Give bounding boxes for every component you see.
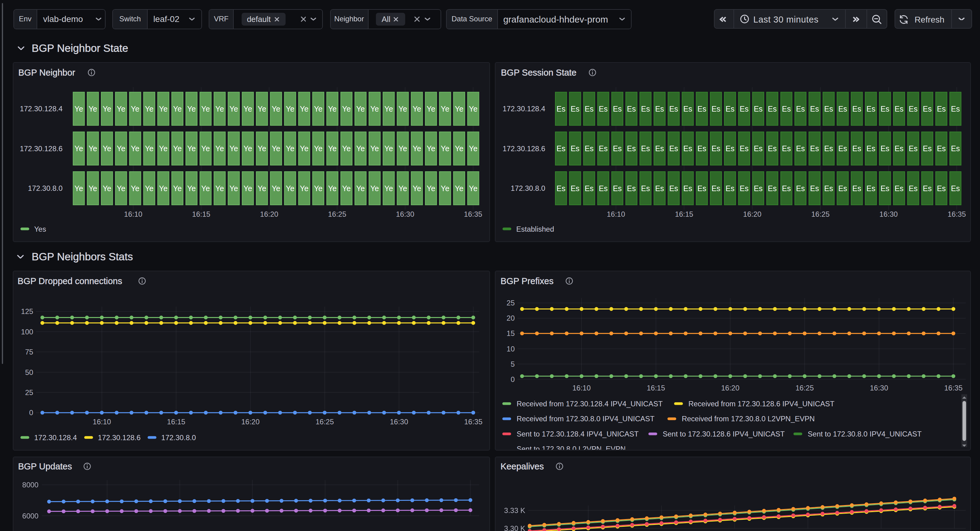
svg-text:Ye: Ye <box>159 105 167 113</box>
svg-text:Ye: Ye <box>313 105 322 113</box>
svg-text:Ye: Ye <box>300 105 308 113</box>
svg-text:Ye: Ye <box>88 144 97 153</box>
svg-text:Es: Es <box>768 144 777 153</box>
svg-text:Ye: Ye <box>88 184 97 193</box>
svg-text:Received from 172.30.128.4 IPV: Received from 172.30.128.4 IPV4_UNICAST <box>517 399 663 408</box>
svg-text:Es: Es <box>599 184 608 193</box>
svg-text:Ye: Ye <box>328 105 336 113</box>
svg-text:Es: Es <box>951 144 960 153</box>
svg-text:Es: Es <box>923 144 932 153</box>
svg-text:Es: Es <box>937 184 946 193</box>
svg-text:Ye: Ye <box>102 105 111 113</box>
svg-text:Es: Es <box>895 184 904 193</box>
svg-text:Ye: Ye <box>328 184 336 193</box>
svg-text:Ye: Ye <box>173 105 181 113</box>
svg-text:100: 100 <box>21 328 33 336</box>
svg-text:16:10: 16:10 <box>92 418 111 426</box>
svg-text:Ye: Ye <box>116 184 125 193</box>
svg-text:Ye: Ye <box>271 105 280 113</box>
svg-text:Es: Es <box>655 144 664 153</box>
svg-text:172.30.128.6: 172.30.128.6 <box>19 144 62 153</box>
svg-text:16:25: 16:25 <box>811 210 830 218</box>
svg-text:Ye: Ye <box>159 184 167 193</box>
svg-text:Ye: Ye <box>257 184 266 193</box>
svg-text:Ye: Ye <box>426 184 435 193</box>
svg-text:Es: Es <box>641 144 650 153</box>
svg-text:Es: Es <box>796 144 805 153</box>
svg-text:Ye: Ye <box>271 184 280 193</box>
svg-text:16:35: 16:35 <box>944 384 963 392</box>
svg-text:Es: Es <box>726 184 735 193</box>
svg-text:16:10: 16:10 <box>607 210 625 218</box>
svg-text:Ye: Ye <box>271 144 280 153</box>
svg-text:Es: Es <box>923 184 932 193</box>
svg-text:Ye: Ye <box>187 105 195 113</box>
svg-text:Ye: Ye <box>145 184 153 193</box>
svg-text:Ye: Ye <box>243 144 252 153</box>
svg-text:Ye: Ye <box>159 144 167 153</box>
svg-text:Es: Es <box>838 184 847 193</box>
svg-text:Es: Es <box>895 144 904 153</box>
svg-text:Es: Es <box>557 144 566 153</box>
svg-text:Ye: Ye <box>356 105 364 113</box>
svg-text:Es: Es <box>782 105 791 113</box>
svg-text:Ye: Ye <box>370 105 379 113</box>
svg-text:Received from 172.30.128.6 IPV: Received from 172.30.128.6 IPV4_UNICAST <box>689 399 835 408</box>
svg-text:Es: Es <box>697 144 706 153</box>
svg-text:16:15: 16:15 <box>647 384 665 392</box>
svg-text:Es: Es <box>951 105 960 113</box>
svg-text:Ye: Ye <box>398 105 407 113</box>
svg-text:Ye: Ye <box>313 184 322 193</box>
svg-text:Ye: Ye <box>215 184 224 193</box>
svg-text:Ye: Ye <box>130 105 139 113</box>
svg-text:Es: Es <box>683 105 692 113</box>
svg-text:Es: Es <box>881 144 890 153</box>
svg-text:Ye: Ye <box>398 184 407 193</box>
svg-text:Es: Es <box>585 105 594 113</box>
svg-text:Ye: Ye <box>215 105 224 113</box>
svg-text:16:10: 16:10 <box>573 384 591 392</box>
svg-text:Es: Es <box>683 184 692 193</box>
svg-text:Es: Es <box>937 144 946 153</box>
svg-text:Ye: Ye <box>469 105 477 113</box>
svg-text:Ye: Ye <box>201 184 210 193</box>
svg-text:172.30.128.4: 172.30.128.4 <box>34 434 76 442</box>
svg-text:Ye: Ye <box>74 105 83 113</box>
svg-text:Ye: Ye <box>441 184 449 193</box>
svg-text:Ye: Ye <box>398 144 407 153</box>
svg-text:Es: Es <box>867 144 875 153</box>
svg-text:Ye: Ye <box>173 144 181 153</box>
svg-text:Es: Es <box>641 184 650 193</box>
svg-text:Ye: Ye <box>426 105 435 113</box>
svg-text:Ye: Ye <box>328 144 336 153</box>
svg-text:Ye: Ye <box>286 184 294 193</box>
svg-text:Es: Es <box>655 184 664 193</box>
svg-text:Ye: Ye <box>370 144 379 153</box>
svg-text:Es: Es <box>571 184 580 193</box>
svg-text:Es: Es <box>627 105 636 113</box>
svg-text:Ye: Ye <box>74 144 83 153</box>
svg-text:Es: Es <box>909 144 918 153</box>
svg-text:Ye: Ye <box>412 144 421 153</box>
svg-text:Es: Es <box>754 184 763 193</box>
svg-text:75: 75 <box>25 348 33 356</box>
svg-text:Es: Es <box>571 105 580 113</box>
svg-text:Es: Es <box>824 144 833 153</box>
svg-text:Ye: Ye <box>74 184 83 193</box>
svg-text:Ye: Ye <box>469 184 477 193</box>
svg-text:Ye: Ye <box>102 144 111 153</box>
svg-text:Es: Es <box>711 105 721 113</box>
svg-text:Es: Es <box>853 184 861 193</box>
svg-text:Ye: Ye <box>130 144 139 153</box>
svg-text:Es: Es <box>895 105 904 113</box>
svg-text:Es: Es <box>670 184 678 193</box>
svg-text:16:25: 16:25 <box>315 418 334 426</box>
svg-text:Es: Es <box>627 144 636 153</box>
svg-text:Sent to 172.30.8.0 L2VPN_EVPN: Sent to 172.30.8.0 L2VPN_EVPN <box>517 445 626 450</box>
svg-text:172.30.8.0: 172.30.8.0 <box>28 184 62 192</box>
svg-text:Es: Es <box>585 184 594 193</box>
svg-text:16:10: 16:10 <box>124 210 142 218</box>
svg-text:16:30: 16:30 <box>880 210 898 218</box>
svg-text:Ye: Ye <box>130 184 139 193</box>
svg-text:Ye: Ye <box>426 144 435 153</box>
